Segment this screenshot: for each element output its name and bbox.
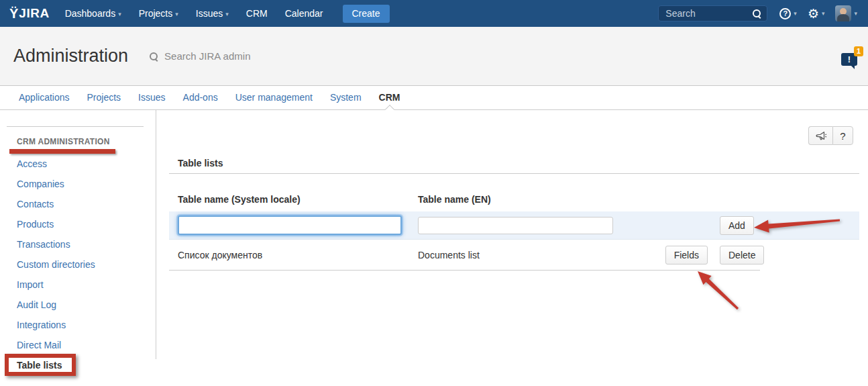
- nav-calendar[interactable]: Calendar: [276, 0, 332, 27]
- fields-button[interactable]: Fields: [665, 246, 708, 264]
- page-tools: ?: [808, 126, 853, 145]
- sidebar-list: Access Companies Contacts Products Trans…: [0, 154, 156, 375]
- crm-admin-sidebar: CRM ADMINISTRATION Access Companies Cont…: [0, 110, 156, 359]
- admin-header: Administration ! 1: [0, 27, 868, 86]
- sidebar-item-access[interactable]: Access: [0, 154, 156, 174]
- sidebar-divider: [7, 126, 144, 127]
- sidebar-item-companies[interactable]: Companies: [0, 174, 156, 194]
- top-navbar: Ÿ JIRA Dashboards▾ Projects▾ Issues▾ CRM…: [0, 0, 868, 27]
- nav-crm[interactable]: CRM: [237, 0, 276, 27]
- navbar-right: ? ▾ ⚙ ▾ ▾: [658, 5, 860, 21]
- sidebar-item-audit-log[interactable]: Audit Log: [0, 295, 156, 315]
- search-icon: [149, 52, 158, 61]
- add-button[interactable]: Add: [720, 216, 754, 235]
- tab-issues[interactable]: Issues: [129, 86, 174, 109]
- sidebar-item-products[interactable]: Products: [0, 214, 156, 234]
- megaphone-icon: [815, 131, 827, 141]
- jira-logo[interactable]: Ÿ JIRA: [9, 6, 50, 21]
- delete-button[interactable]: Delete: [720, 246, 764, 264]
- main-content: ? Table lists Table name (System locale)…: [156, 110, 868, 359]
- announcement-button[interactable]: [808, 126, 832, 145]
- user-menu[interactable]: ▾: [835, 5, 857, 21]
- tab-user-management[interactable]: User management: [227, 86, 321, 109]
- table-lists-table: Table name (System locale) Table name (E…: [169, 187, 859, 270]
- help-icon: ?: [779, 8, 791, 19]
- sidebar-item-import[interactable]: Import: [0, 275, 156, 295]
- column-header-en: Table name (EN): [409, 194, 637, 205]
- notification-badge: 1: [854, 46, 863, 56]
- sidebar-item-contacts[interactable]: Contacts: [0, 194, 156, 214]
- global-search-input[interactable]: [664, 7, 752, 19]
- chevron-down-icon: ▾: [118, 11, 121, 17]
- chevron-down-icon: ▾: [175, 11, 178, 17]
- jira-logo-text: JIRA: [19, 6, 49, 21]
- chevron-down-icon: ▾: [854, 10, 857, 17]
- chevron-down-icon: ▾: [822, 10, 825, 17]
- admin-search-input[interactable]: [163, 50, 311, 62]
- jira-admin-page: Ÿ JIRA Dashboards▾ Projects▾ Issues▾ CRM…: [0, 0, 868, 386]
- jira-logo-icon: Ÿ: [9, 7, 18, 20]
- nav-projects[interactable]: Projects▾: [130, 0, 187, 28]
- cell-name-system: Список документов: [169, 250, 409, 260]
- sidebar-item-integrations[interactable]: Integrations: [0, 315, 156, 335]
- tab-projects[interactable]: Projects: [78, 86, 130, 109]
- global-search[interactable]: [658, 5, 767, 21]
- sidebar-item-transactions[interactable]: Transactions: [0, 234, 156, 254]
- help-button[interactable]: ?: [832, 126, 853, 145]
- table-name-en-input[interactable]: [418, 217, 613, 234]
- row-separator: [169, 270, 760, 271]
- table-name-system-input[interactable]: [178, 215, 402, 235]
- tab-crm[interactable]: CRM: [370, 86, 409, 109]
- cell-name-en: Documents list: [409, 250, 637, 260]
- sidebar-item-custom-directories[interactable]: Custom directories: [0, 254, 156, 275]
- heading-rule: [169, 173, 859, 174]
- settings-menu[interactable]: ⚙ ▾: [808, 7, 825, 20]
- tab-applications[interactable]: Applications: [10, 86, 78, 109]
- nav-issues[interactable]: Issues▾: [187, 0, 237, 28]
- help-menu[interactable]: ? ▾: [779, 8, 797, 19]
- chevron-down-icon: ▾: [225, 11, 229, 17]
- tab-system[interactable]: System: [321, 86, 370, 109]
- column-header-system-locale: Table name (System locale): [169, 194, 409, 205]
- admin-tabs: Applications Projects Issues Add-ons Use…: [0, 86, 868, 110]
- sidebar-item-table-lists[interactable]: Table lists: [0, 355, 156, 375]
- content-heading: Table lists: [178, 158, 868, 168]
- notification-icon[interactable]: ! 1: [841, 53, 857, 66]
- table-header-row: Table name (System locale) Table name (E…: [169, 187, 859, 211]
- annotation-underline: [9, 149, 115, 154]
- admin-search[interactable]: [149, 50, 311, 62]
- chevron-down-icon: ▾: [794, 10, 797, 17]
- search-icon: [752, 9, 761, 18]
- sidebar-section-title: CRM ADMINISTRATION: [17, 137, 156, 146]
- table-row: Список документов Documents list Fields …: [169, 240, 859, 270]
- create-button[interactable]: Create: [343, 5, 390, 23]
- tab-add-ons[interactable]: Add-ons: [174, 86, 227, 109]
- nav-dashboards[interactable]: Dashboards▾: [56, 0, 130, 28]
- page-title: Administration: [13, 46, 128, 66]
- exclamation-glyph: !: [848, 54, 851, 64]
- sidebar-item-direct-mail[interactable]: Direct Mail: [0, 335, 156, 355]
- avatar: [835, 5, 851, 21]
- add-table-form-row: Add: [169, 211, 859, 240]
- gear-icon: ⚙: [808, 7, 819, 20]
